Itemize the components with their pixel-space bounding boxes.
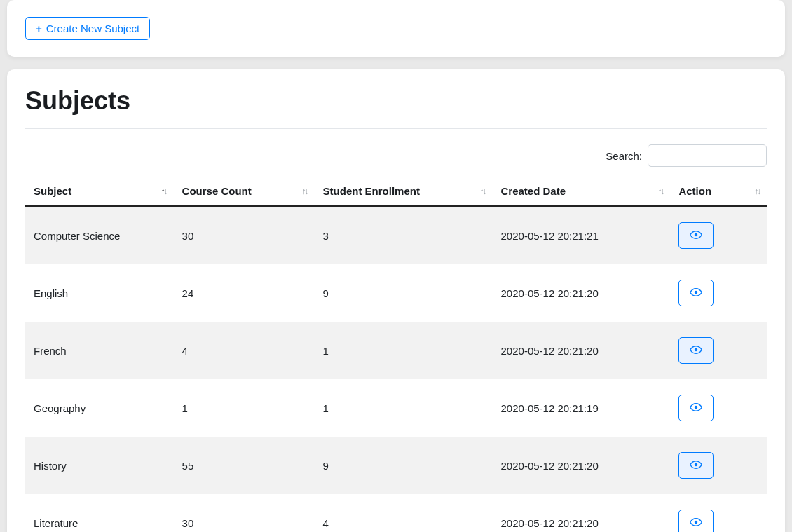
cell-subject: French — [25, 322, 174, 379]
search-label: Search: — [606, 150, 642, 162]
eye-icon — [690, 286, 702, 301]
sort-icon: ↑↓ — [302, 186, 308, 196]
table-row: Literature3042020-05-12 20:21:20 — [25, 494, 767, 532]
svg-point-4 — [695, 463, 698, 466]
eye-icon — [690, 458, 702, 473]
cell-student-enrollment: 1 — [315, 379, 493, 437]
cell-student-enrollment: 3 — [315, 206, 493, 264]
col-created-date[interactable]: Created Date ↑↓ — [493, 177, 671, 206]
cell-course-count: 30 — [174, 494, 315, 532]
cell-action — [670, 379, 767, 437]
table-row: French412020-05-12 20:21:20 — [25, 322, 767, 379]
svg-point-3 — [695, 405, 698, 409]
cell-created-date: 2020-05-12 20:21:19 — [493, 379, 671, 437]
search-row: Search: — [25, 144, 767, 167]
subjects-table: Subject ↑↓ Course Count ↑↓ Student Enrol… — [25, 177, 767, 532]
page-title: Subjects — [25, 86, 767, 116]
table-row: History5592020-05-12 20:21:20 — [25, 437, 767, 494]
cell-course-count: 24 — [174, 264, 315, 322]
svg-point-5 — [695, 520, 698, 524]
eye-icon — [690, 229, 702, 243]
cell-course-count: 55 — [174, 437, 315, 494]
sort-icon: ↑↓ — [480, 186, 486, 196]
cell-action — [670, 494, 767, 532]
cell-created-date: 2020-05-12 20:21:20 — [493, 264, 671, 322]
view-button[interactable] — [678, 337, 714, 364]
table-row: English2492020-05-12 20:21:20 — [25, 264, 767, 322]
svg-point-0 — [695, 233, 698, 236]
view-button[interactable] — [678, 452, 714, 479]
cell-student-enrollment: 1 — [315, 322, 493, 379]
svg-point-1 — [695, 290, 698, 294]
col-action[interactable]: Action ↑↓ — [670, 177, 767, 206]
cell-created-date: 2020-05-12 20:21:21 — [493, 206, 671, 264]
cell-action — [670, 264, 767, 322]
cell-created-date: 2020-05-12 20:21:20 — [493, 437, 671, 494]
svg-point-2 — [695, 348, 698, 351]
view-button[interactable] — [678, 510, 714, 532]
toolbar-card: + Create New Subject — [7, 0, 785, 57]
view-button[interactable] — [678, 395, 714, 421]
create-new-subject-label: Create New Subject — [46, 22, 139, 34]
cell-subject: English — [25, 264, 174, 322]
eye-icon — [690, 401, 702, 416]
sort-icon: ↑↓ — [657, 186, 663, 196]
cell-subject: Computer Science — [25, 206, 174, 264]
divider — [25, 128, 767, 129]
sort-icon: ↑↓ — [161, 186, 167, 196]
cell-course-count: 30 — [174, 206, 315, 264]
col-subject[interactable]: Subject ↑↓ — [25, 177, 174, 206]
table-body: Computer Science3032020-05-12 20:21:21En… — [25, 206, 767, 532]
cell-subject: Geography — [25, 379, 174, 437]
cell-action — [670, 206, 767, 264]
cell-action — [670, 437, 767, 494]
view-button[interactable] — [678, 280, 714, 306]
cell-action — [670, 322, 767, 379]
cell-created-date: 2020-05-12 20:21:20 — [493, 322, 671, 379]
table-row: Geography112020-05-12 20:21:19 — [25, 379, 767, 437]
table-row: Computer Science3032020-05-12 20:21:21 — [25, 206, 767, 264]
sort-icon: ↑↓ — [754, 186, 760, 196]
search-input[interactable] — [648, 144, 767, 167]
cell-subject: Literature — [25, 494, 174, 532]
plus-icon: + — [36, 23, 42, 34]
cell-course-count: 4 — [174, 322, 315, 379]
create-new-subject-button[interactable]: + Create New Subject — [25, 17, 150, 40]
cell-course-count: 1 — [174, 379, 315, 437]
col-student-enrollment[interactable]: Student Enrollment ↑↓ — [315, 177, 493, 206]
view-button[interactable] — [678, 222, 714, 249]
eye-icon — [690, 343, 702, 358]
cell-created-date: 2020-05-12 20:21:20 — [493, 494, 671, 532]
col-course-count[interactable]: Course Count ↑↓ — [174, 177, 315, 206]
eye-icon — [690, 516, 702, 531]
table-header-row: Subject ↑↓ Course Count ↑↓ Student Enrol… — [25, 177, 767, 206]
main-card: Subjects Search: Subject ↑↓ Course Count… — [7, 69, 785, 532]
cell-student-enrollment: 9 — [315, 264, 493, 322]
cell-student-enrollment: 9 — [315, 437, 493, 494]
cell-student-enrollment: 4 — [315, 494, 493, 532]
cell-subject: History — [25, 437, 174, 494]
